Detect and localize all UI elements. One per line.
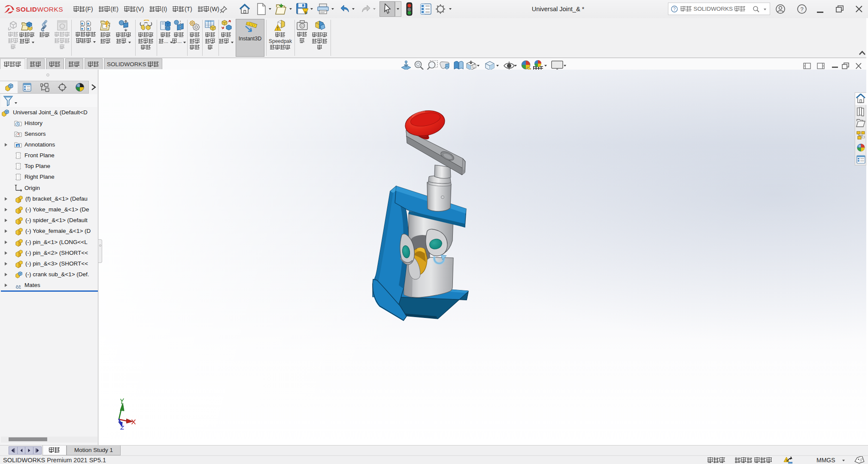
svg-text:!: !	[277, 26, 278, 31]
svg-text:!: !	[305, 10, 306, 15]
svg-text:A: A	[16, 144, 19, 148]
svg-text:?: ?	[800, 6, 803, 12]
svg-text:?: ?	[673, 7, 676, 12]
svg-text:!: !	[786, 458, 787, 462]
